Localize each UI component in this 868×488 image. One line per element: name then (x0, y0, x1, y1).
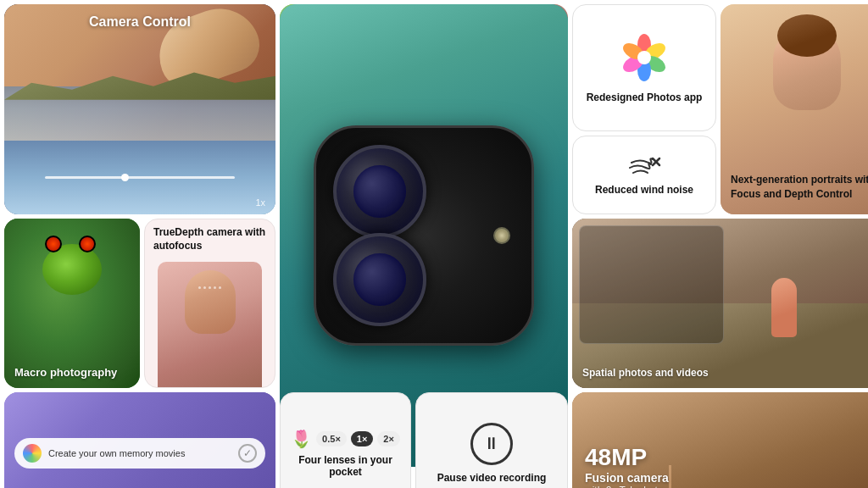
macro-label: Macro photography (14, 364, 130, 380)
svg-point-8 (637, 51, 651, 64)
redesigned-photos-card: Redesigned Photos app (572, 4, 716, 131)
memory-icon (23, 444, 42, 463)
tulip-icon: 🌷 (291, 429, 312, 449)
frog-bg (4, 219, 140, 388)
slider (45, 176, 235, 179)
macro-photography-card: Macro photography (4, 219, 140, 388)
lens-1 (333, 145, 426, 238)
lens-2 (333, 233, 426, 326)
portrait-woman-card: Next-generation portraits with Focus and… (721, 4, 868, 214)
lens-badge-05x: 0.5× (316, 431, 347, 446)
lens-badge-2x: 2× (377, 431, 400, 446)
camera-control-title: Camera Control (4, 14, 275, 30)
redesigned-photos-label: Redesigned Photos app (578, 92, 711, 103)
fusion-camera-card: 48MP Fusion camera with 2x Telephoto (572, 392, 868, 488)
reduced-wind-label: Reduced wind noise (595, 184, 693, 196)
zoom-label: 1x (255, 197, 265, 208)
truedepth-photo (158, 262, 262, 387)
spatial-label: Spatial photos and videos (582, 364, 868, 380)
feature-grid: 1x Camera Control Clean Up Natural langu… (0, 0, 868, 488)
memory-input-bar[interactable]: Create your own memory movies ✓ (14, 438, 265, 469)
four-lenses-label: Four lenses in your pocket (287, 454, 403, 478)
memory-check-btn[interactable]: ✓ (238, 444, 257, 463)
camera-control-card: 1x Camera Control (4, 4, 275, 214)
portrait-label: Next-generation portraits with Focus and… (731, 173, 868, 202)
lens-system (314, 125, 534, 346)
spatial-photos-card: Spatial photos and videos (572, 219, 868, 388)
lens-badges: 🌷 0.5× 1× 2× (291, 429, 400, 449)
four-lenses-card: 🌷 0.5× 1× 2× Four lenses in your pocket (280, 392, 411, 488)
photos-app-icon (619, 32, 670, 83)
spatial-screen-overlay (579, 225, 724, 344)
pause-button[interactable]: ⏸ (470, 423, 513, 465)
truedepth-card: TrueDepth camera with autofocus (144, 219, 275, 388)
wind-icon (627, 154, 661, 180)
lens-housing (314, 125, 534, 346)
fusion-telephoto: with 2x Telephoto (585, 485, 669, 488)
truedepth-label: TrueDepth camera with autofocus (145, 219, 275, 259)
pause-video-label: Pause video recording (437, 472, 547, 484)
fusion-camera-name: Fusion camera (585, 471, 669, 485)
flash-dot (493, 227, 510, 244)
pause-video-card: ⏸ Pause video recording (415, 392, 568, 488)
lens-badge-1x: 1× (351, 431, 374, 446)
memory-movies-card: Create your own memory movies ✓ (4, 392, 275, 488)
fusion-48mp: 48MP (585, 445, 669, 471)
memory-input-text: Create your own memory movies (48, 448, 231, 458)
reduced-wind-card: Reduced wind noise (572, 136, 716, 214)
camera-control-bar: 1x (4, 141, 275, 214)
fusion-label: 48MP Fusion camera with 2x Telephoto (585, 445, 669, 488)
